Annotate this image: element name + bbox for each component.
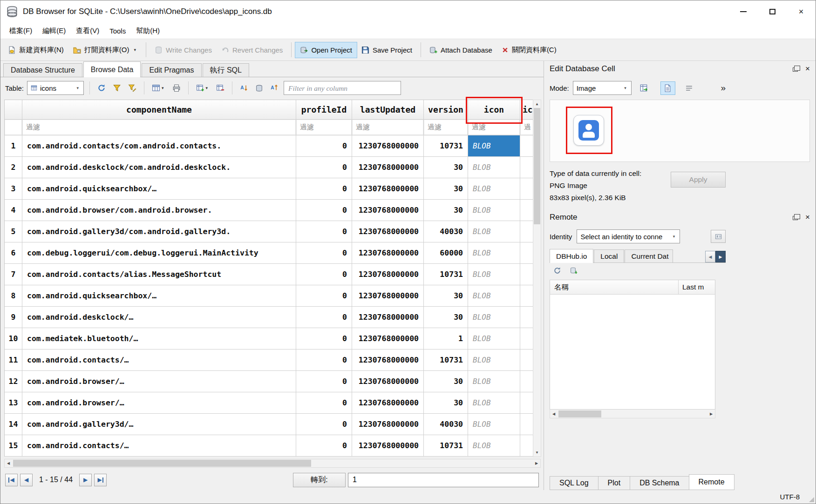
remote-tab-local[interactable]: Local — [594, 249, 624, 262]
cell-version[interactable]: 30 — [424, 392, 468, 414]
maximize-button[interactable] — [758, 0, 787, 23]
table-row[interactable]: 6 com.debug.loggerui/com.debug.loggerui.… — [5, 242, 533, 264]
scroll-left-icon[interactable]: ◀ — [5, 459, 12, 467]
cell-truncated[interactable] — [520, 414, 533, 435]
cell-profileId[interactable]: 0 — [296, 135, 352, 157]
tab-browse-data[interactable]: Browse Data — [83, 61, 141, 77]
cell-lastUpdated[interactable]: 1230768000000 — [352, 349, 424, 371]
cell-profileId[interactable]: 0 — [296, 178, 352, 200]
table-row[interactable]: 12 com.android.browser/… 0 1230768000000… — [5, 371, 533, 392]
cell-componentName[interactable]: com.android.contacts/alias.MessageShortc… — [22, 264, 296, 285]
cell-version[interactable]: 30 — [424, 200, 468, 221]
cell-profileId[interactable]: 0 — [296, 285, 352, 307]
cell-icon[interactable]: BLOB — [468, 371, 520, 392]
tab-scroll-left-icon[interactable]: ◀ — [705, 251, 715, 262]
cell-truncated[interactable] — [520, 242, 533, 264]
cell-num[interactable]: 6 — [5, 242, 22, 264]
revert-changes-button[interactable]: Revert Changes — [217, 42, 287, 58]
table-row[interactable]: 14 com.android.gallery3d/… 0 12307680000… — [5, 414, 533, 435]
menu-help[interactable]: 幫助(H) — [131, 23, 165, 39]
cell-lastUpdated[interactable]: 1230768000000 — [352, 135, 424, 157]
toolbar-overflow-icon[interactable]: » — [721, 83, 726, 93]
cell-profileId[interactable]: 0 — [296, 307, 352, 328]
attach-database-button[interactable]: Attach Database — [425, 42, 497, 58]
cell-truncated[interactable] — [520, 221, 533, 242]
table-row[interactable]: 4 com.android.browser/com.android.browse… — [5, 200, 533, 221]
cell-num[interactable]: 9 — [5, 307, 22, 328]
menu-view[interactable]: 查看(V) — [71, 23, 104, 39]
cell-num[interactable]: 4 — [5, 200, 22, 221]
cell-version[interactable]: 40030 — [424, 221, 468, 242]
table-select[interactable]: icons ▾ — [27, 81, 84, 95]
cell-lastUpdated[interactable]: 1230768000000 — [352, 392, 424, 414]
cell-componentName[interactable]: com.android.quicksearchbox/… — [22, 285, 296, 307]
cell-icon[interactable]: BLOB — [468, 435, 520, 457]
scroll-up-icon[interactable]: ▲ — [533, 100, 541, 108]
open-project-button[interactable]: Open Project — [295, 42, 357, 58]
cell-icon[interactable]: BLOB — [468, 242, 520, 264]
filter-componentName[interactable]: 過濾 — [22, 120, 296, 135]
goto-button[interactable]: 轉到: — [293, 473, 346, 487]
cell-componentName[interactable]: com.android.browser/… — [22, 392, 296, 414]
table-row[interactable]: 7 com.android.contacts/alias.MessageShor… — [5, 264, 533, 285]
cell-version[interactable]: 30 — [424, 285, 468, 307]
cell-num[interactable]: 12 — [5, 371, 22, 392]
cell-truncated[interactable] — [520, 435, 533, 457]
cell-icon[interactable]: BLOB — [468, 157, 520, 178]
remote-refresh-button[interactable] — [553, 267, 561, 276]
filter-edit-button[interactable] — [126, 81, 138, 95]
cell-componentName[interactable]: com.mediatek.bluetooth/… — [22, 328, 296, 349]
table-row[interactable]: 15 com.android.contacts/… 0 123076800000… — [5, 435, 533, 457]
close-panel-icon[interactable]: × — [805, 213, 810, 221]
remote-table-body[interactable] — [550, 295, 715, 409]
cell-truncated[interactable] — [520, 392, 533, 414]
open-database-button[interactable]: 打開資料庫(O) ▾ — [68, 42, 142, 58]
cell-num[interactable]: 10 — [5, 328, 22, 349]
cell-lastUpdated[interactable]: 1230768000000 — [352, 435, 424, 457]
cell-componentName[interactable]: com.debug.loggerui/com.debug.loggerui.Ma… — [22, 242, 296, 264]
header-icon[interactable]: icon — [468, 100, 520, 120]
cell-profileId[interactable]: 0 — [296, 221, 352, 242]
cell-version[interactable]: 40030 — [424, 414, 468, 435]
cell-truncated[interactable] — [520, 264, 533, 285]
close-panel-icon[interactable]: × — [805, 65, 810, 73]
open-database-dropdown-icon[interactable]: ▾ — [133, 48, 138, 52]
cell-version[interactable]: 1 — [424, 328, 468, 349]
cell-profileId[interactable]: 0 — [296, 200, 352, 221]
previous-record-button[interactable]: ◀ — [20, 474, 33, 486]
cell-num[interactable]: 3 — [5, 178, 22, 200]
header-version[interactable]: version — [424, 100, 468, 120]
cell-componentName[interactable]: com.android.gallery3d/com.android.galler… — [22, 221, 296, 242]
remote-scroll-right-icon[interactable]: ▶ — [707, 410, 715, 418]
cell-componentName[interactable]: com.android.contacts/… — [22, 435, 296, 457]
cell-componentName[interactable]: com.android.quicksearchbox/… — [22, 178, 296, 200]
resize-grip-icon[interactable] — [809, 497, 814, 502]
header-profileId[interactable]: profileId — [296, 100, 352, 120]
cell-icon[interactable]: BLOB — [468, 285, 520, 307]
cell-truncated[interactable] — [520, 307, 533, 328]
cell-lastUpdated[interactable]: 1230768000000 — [352, 371, 424, 392]
cell-num[interactable]: 1 — [5, 135, 22, 157]
mode-select[interactable]: Image ▾ — [573, 81, 632, 95]
remote-scroll-left-icon[interactable]: ◀ — [550, 410, 558, 418]
table-row[interactable]: 10 com.mediatek.bluetooth/… 0 1230768000… — [5, 328, 533, 349]
dock-tab-db-schema[interactable]: DB Schema — [630, 476, 689, 490]
save-project-button[interactable]: Save Project — [357, 42, 417, 58]
cell-profileId[interactable]: 0 — [296, 392, 352, 414]
cell-num[interactable]: 13 — [5, 392, 22, 414]
cell-version[interactable]: 10731 — [424, 435, 468, 457]
cell-lastUpdated[interactable]: 1230768000000 — [352, 414, 424, 435]
cell-icon[interactable]: BLOB — [468, 328, 520, 349]
cell-num[interactable]: 14 — [5, 414, 22, 435]
cell-version[interactable]: 30 — [424, 178, 468, 200]
cell-componentName[interactable]: com.android.contacts/com.android.contact… — [22, 135, 296, 157]
table-row[interactable]: 9 com.android.deskclock/… 0 123076800000… — [5, 307, 533, 328]
scroll-right-icon[interactable]: ▶ — [533, 459, 540, 467]
cell-lastUpdated[interactable]: 1230768000000 — [352, 200, 424, 221]
cell-version[interactable]: 30 — [424, 157, 468, 178]
cell-lastUpdated[interactable]: 1230768000000 — [352, 221, 424, 242]
cell-lastUpdated[interactable]: 1230768000000 — [352, 328, 424, 349]
remote-scroll-thumb[interactable] — [558, 410, 601, 417]
vertical-scroll-thumb[interactable] — [534, 108, 540, 224]
scroll-down-icon[interactable]: ▼ — [533, 449, 541, 457]
